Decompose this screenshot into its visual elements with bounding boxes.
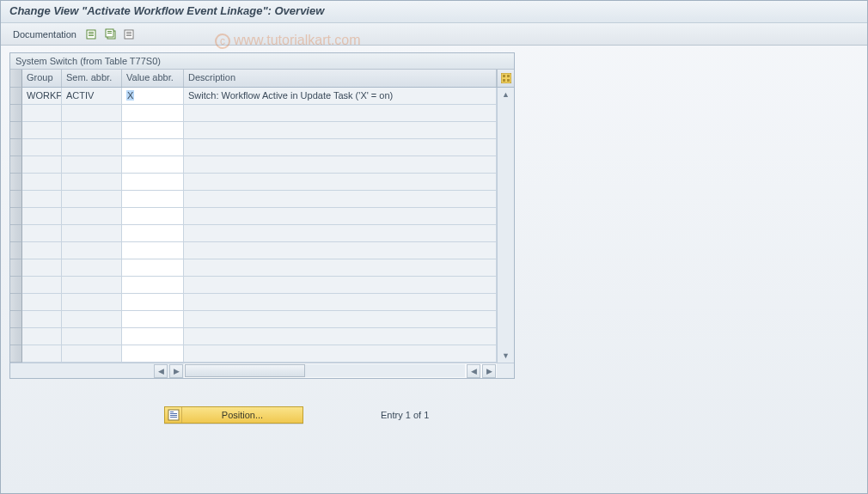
- table-row: [22, 345, 497, 363]
- cell-description: [184, 208, 497, 224]
- cell-group: [22, 156, 62, 173]
- cell-group: [22, 294, 62, 310]
- scroll-right-icon[interactable]: ◀: [467, 364, 480, 378]
- row-selector[interactable]: [10, 208, 22, 225]
- cell-group: [22, 225, 62, 241]
- row-selector[interactable]: [10, 156, 22, 174]
- row-selector[interactable]: [10, 88, 22, 105]
- row-selector[interactable]: [10, 191, 22, 208]
- cell-group: [22, 105, 62, 121]
- row-selector[interactable]: [10, 259, 22, 277]
- cell-value-abbr[interactable]: X: [122, 88, 184, 104]
- col-header-value-abbr[interactable]: Value abbr.: [122, 70, 184, 87]
- cell-group: [22, 345, 62, 362]
- cell-value-abbr[interactable]: [122, 105, 184, 121]
- row-selector[interactable]: [10, 139, 22, 156]
- cell-group: [22, 139, 62, 156]
- table-row: [22, 225, 497, 242]
- table-configure-icon[interactable]: [497, 70, 514, 87]
- svg-rect-11: [126, 35, 131, 36]
- svg-rect-12: [501, 73, 511, 83]
- cell-value-abbr[interactable]: [122, 294, 184, 310]
- table-row: [22, 328, 497, 345]
- row-selector[interactable]: [10, 225, 22, 242]
- cell-group: [22, 277, 62, 293]
- cell-description: [184, 225, 497, 241]
- cell-description: [184, 311, 497, 327]
- cell-sem-abbr: [62, 105, 122, 121]
- cell-description: [184, 122, 497, 138]
- cell-value-abbr[interactable]: [122, 242, 184, 259]
- row-selector[interactable]: [10, 174, 22, 191]
- cell-sem-abbr: [62, 259, 122, 276]
- table-header-row: Group Sem. abbr. Value abbr. Description: [22, 70, 514, 88]
- cell-value-abbr[interactable]: [122, 345, 184, 362]
- cell-description: [184, 105, 497, 121]
- cell-description: [184, 139, 497, 156]
- svg-rect-19: [170, 413, 177, 414]
- cell-sem-abbr: [62, 174, 122, 190]
- table-row: [22, 311, 497, 328]
- cell-sem-abbr: [62, 208, 122, 224]
- scroll-up-icon[interactable]: ▲: [498, 88, 514, 101]
- cell-group: [22, 311, 62, 327]
- svg-rect-16: [507, 79, 510, 82]
- col-header-description[interactable]: Description: [184, 70, 497, 87]
- cell-value-abbr[interactable]: [122, 122, 184, 138]
- scroll-left-icon[interactable]: ▶: [169, 364, 183, 378]
- svg-rect-2: [89, 34, 94, 34]
- cell-group: WORKF: [22, 88, 62, 104]
- row-selector[interactable]: [10, 294, 22, 311]
- table: Group Sem. abbr. Value abbr. Description…: [10, 70, 514, 363]
- scroll-last-icon[interactable]: ▶: [482, 364, 496, 378]
- table-row: WORKFACTIVXSwitch: Workflow Active in Up…: [22, 88, 497, 105]
- cell-group: [22, 208, 62, 224]
- position-button[interactable]: Position...: [164, 406, 303, 424]
- cell-description: [184, 345, 497, 362]
- table-row: [22, 259, 497, 277]
- documentation-button[interactable]: Documentation: [9, 27, 80, 41]
- position-icon: [165, 407, 182, 423]
- cell-description: [184, 259, 497, 276]
- page-title: Change View "Activate Workflow Event Lin…: [9, 4, 859, 17]
- row-selector[interactable]: [10, 328, 22, 345]
- row-selector[interactable]: [10, 311, 22, 328]
- cell-sem-abbr: [62, 191, 122, 207]
- cell-sem-abbr: [62, 242, 122, 259]
- cell-value-abbr[interactable]: [122, 225, 184, 241]
- scroll-down-icon[interactable]: ▼: [498, 349, 514, 363]
- col-header-group[interactable]: Group: [22, 70, 62, 87]
- cell-value-abbr[interactable]: [122, 191, 184, 207]
- copy-entries-icon[interactable]: [104, 27, 118, 41]
- horizontal-scroll-thumb[interactable]: [185, 364, 305, 377]
- row-selector[interactable]: [10, 242, 22, 259]
- vertical-scrollbar[interactable]: ▲ ▼: [497, 88, 514, 363]
- scroll-first-icon[interactable]: ◀: [154, 364, 168, 378]
- cell-sem-abbr: [62, 311, 122, 327]
- horizontal-scrollbar[interactable]: ◀ ▶ ◀ ▶: [10, 363, 514, 378]
- svg-rect-10: [126, 34, 131, 34]
- cell-value-abbr[interactable]: [122, 174, 184, 190]
- cell-value-abbr[interactable]: [122, 156, 184, 173]
- table-row: [22, 277, 497, 294]
- table-row: [22, 208, 497, 225]
- variable-list-icon[interactable]: [123, 27, 137, 41]
- cell-value-abbr[interactable]: [122, 139, 184, 156]
- cell-value-abbr[interactable]: [122, 328, 184, 345]
- cell-group: [22, 242, 62, 259]
- row-selector[interactable]: [10, 105, 22, 122]
- cell-value-abbr[interactable]: [122, 208, 184, 224]
- new-entries-icon[interactable]: [85, 27, 99, 41]
- row-selector-header[interactable]: [10, 70, 22, 88]
- cell-description: [184, 242, 497, 259]
- cell-value-abbr[interactable]: [122, 259, 184, 276]
- cell-value-abbr[interactable]: [122, 311, 184, 327]
- row-selector[interactable]: [10, 345, 22, 363]
- svg-rect-13: [503, 75, 505, 77]
- col-header-sem-abbr[interactable]: Sem. abbr.: [62, 70, 122, 87]
- cell-value-abbr[interactable]: [122, 277, 184, 293]
- table-row: [22, 242, 497, 259]
- row-selector[interactable]: [10, 122, 22, 139]
- table-row: [22, 105, 497, 122]
- row-selector[interactable]: [10, 277, 22, 294]
